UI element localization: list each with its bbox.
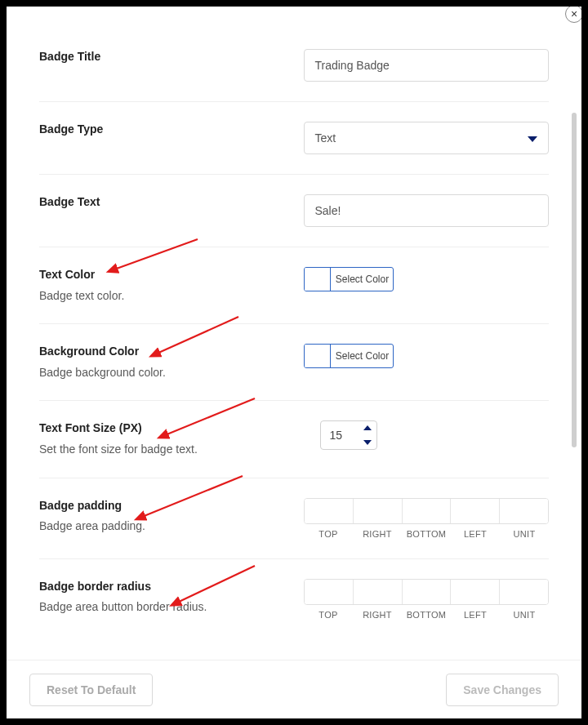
radius-right-input[interactable] xyxy=(354,580,402,604)
font-size-up[interactable] xyxy=(362,423,373,433)
settings-content: Badge Title Badge Type Text xyxy=(26,23,562,639)
radius-label-unit: UNIT xyxy=(500,610,549,620)
desc-padding: Badge area padding. xyxy=(39,518,259,535)
modal-footer: Reset To Default Save Changes xyxy=(7,660,581,718)
badge-type-select[interactable]: Text xyxy=(304,122,549,154)
padding-right-input[interactable] xyxy=(354,499,402,523)
reset-button[interactable]: Reset To Default xyxy=(29,674,153,706)
radius-label-left: LEFT xyxy=(451,610,500,620)
radius-inputs xyxy=(304,579,549,605)
row-bg-color: Background Color Badge background color.… xyxy=(39,324,549,401)
padding-label-right: RIGHT xyxy=(353,529,402,539)
label-badge-title: Badge Title xyxy=(39,49,294,65)
radius-unit-input[interactable] xyxy=(500,580,548,604)
padding-label-bottom: BOTTOM xyxy=(402,529,451,539)
settings-viewport: Badge Title Badge Type Text xyxy=(26,23,562,653)
padding-left-input[interactable] xyxy=(451,499,499,523)
badge-type-value: Text xyxy=(314,131,336,145)
font-size-down[interactable] xyxy=(362,438,373,447)
padding-label-unit: UNIT xyxy=(500,529,549,539)
label-padding: Badge padding xyxy=(39,498,259,514)
bg-color-swatch xyxy=(305,345,331,367)
label-text-color: Text Color xyxy=(39,267,294,283)
radius-left-input[interactable] xyxy=(451,580,499,604)
font-size-value: 15 xyxy=(329,429,342,442)
label-badge-text: Badge Text xyxy=(39,194,294,211)
bg-color-picker-label: Select Color xyxy=(331,345,393,367)
desc-radius: Badge area button border radius. xyxy=(39,599,259,616)
caret-up-icon xyxy=(363,425,372,430)
radius-label-right: RIGHT xyxy=(353,610,402,620)
row-text-color: Text Color Badge text color. Select Colo… xyxy=(39,247,549,324)
padding-bottom-input[interactable] xyxy=(403,499,451,523)
row-radius: Badge border radius Badge area button bo… xyxy=(39,559,549,639)
font-size-stepper[interactable]: 15 xyxy=(320,420,377,450)
row-badge-text: Badge Text xyxy=(39,175,549,247)
label-bg-color: Background Color xyxy=(39,344,294,360)
chevron-down-icon xyxy=(528,131,537,145)
label-font-size: Text Font Size (PX) xyxy=(39,420,294,437)
caret-down-icon xyxy=(363,440,372,445)
padding-unit-input[interactable] xyxy=(500,499,548,523)
padding-label-left: LEFT xyxy=(451,529,500,539)
row-font-size: Text Font Size (PX) Set the font size fo… xyxy=(39,401,549,478)
label-radius: Badge border radius xyxy=(39,579,259,595)
label-badge-type: Badge Type xyxy=(39,122,294,138)
text-color-picker-label: Select Color xyxy=(331,268,393,291)
modal-frame: × Badge Title xyxy=(0,0,588,725)
desc-text-color: Badge text color. xyxy=(39,288,294,305)
save-button[interactable]: Save Changes xyxy=(446,674,559,706)
radius-label-top: TOP xyxy=(304,610,353,620)
desc-bg-color: Badge background color. xyxy=(39,365,294,381)
row-badge-type: Badge Type Text xyxy=(39,102,549,175)
padding-label-top: TOP xyxy=(304,529,353,539)
bg-color-picker[interactable]: Select Color xyxy=(304,344,394,368)
row-badge-title: Badge Title xyxy=(39,29,549,102)
padding-top-input[interactable] xyxy=(305,499,353,523)
radius-bottom-input[interactable] xyxy=(403,580,451,604)
text-color-picker[interactable]: Select Color xyxy=(304,267,394,291)
badge-title-input[interactable] xyxy=(304,49,549,82)
desc-font-size: Set the font size for badge text. xyxy=(39,442,294,458)
close-button[interactable]: × xyxy=(565,5,583,23)
scrollbar-thumb[interactable] xyxy=(572,113,577,447)
row-padding: Badge padding Badge area padding. xyxy=(39,478,549,559)
text-color-swatch xyxy=(305,268,331,291)
radius-top-input[interactable] xyxy=(305,580,353,604)
padding-inputs xyxy=(304,498,549,524)
radius-label-bottom: BOTTOM xyxy=(402,610,451,620)
badge-text-input[interactable] xyxy=(304,194,549,227)
